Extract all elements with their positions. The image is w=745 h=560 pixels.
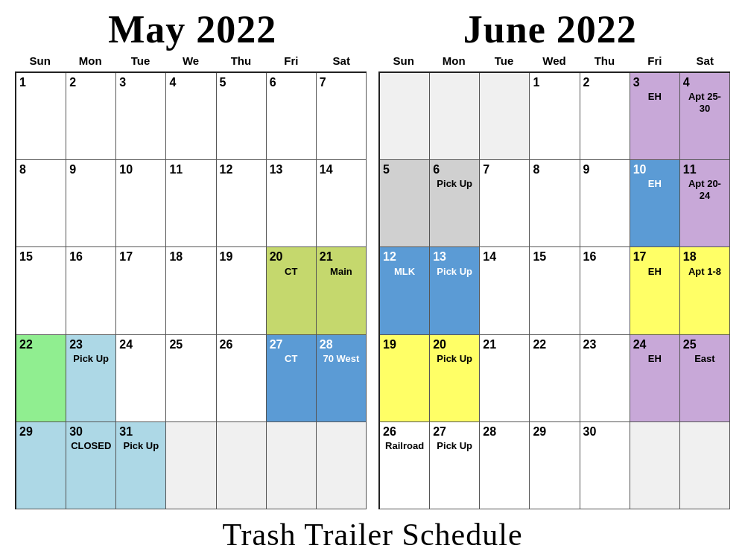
cell-number: 6 [270,75,276,89]
cell-number: 28 [483,424,496,439]
cell-number: 23 [69,337,83,351]
cal-cell: 26Railroad [380,422,430,509]
cell-number: 16 [69,249,83,264]
cal-cell: 9 [66,160,116,247]
cal-cell: 24 [116,335,166,422]
cell-label: CLOSED [69,440,112,452]
cell-number: 20 [433,337,446,351]
cal-cell: 15 [530,247,580,334]
cell-number: 17 [119,249,133,264]
cell-number: 12 [383,249,396,264]
cell-number: 29 [19,424,33,439]
month-titles: May 2022 June 2022 [15,7,730,51]
cell-label: EH [633,178,676,190]
cal-cell: 14 [317,160,367,247]
june-header-wed: Wed [529,53,579,69]
cal-cell: 14 [480,247,530,334]
cell-number: 19 [220,249,233,264]
cell-number: 11 [683,162,697,176]
cell-label: Main [320,266,363,278]
cell-label: CT [270,353,313,365]
cal-cell: 16 [580,247,630,334]
cal-cell: 7 [317,73,367,160]
cal-cell: 6 [267,73,317,160]
cell-number: 22 [533,337,546,351]
cell-number: 2 [583,75,590,89]
cell-number: 3 [633,75,640,89]
may-header-mon: Mon [65,53,115,69]
may-header-fri: Fri [266,53,316,69]
cell-number: 14 [320,162,333,176]
cal-cell: 5 [380,160,430,247]
cal-cell: 17 [116,247,166,334]
may-title: May 2022 [108,7,276,51]
may-header-sun: Sun [15,53,65,69]
cell-label: EH [633,91,676,103]
cal-cell: 11 [166,160,216,247]
cal-cell: 29 [530,422,580,509]
cell-number: 25 [169,337,183,351]
cell-number: 15 [533,249,546,264]
cal-cell: 4 [166,73,216,160]
may-grid: 1234567891011121314151617181920CT21Main2… [15,71,367,509]
cal-cell: 3 [116,73,166,160]
cal-cell: 25East [680,335,730,422]
june-header-sun: Sun [378,53,428,69]
cal-cell: 13Pick Up [430,247,480,334]
cell-number: 30 [69,424,83,439]
cell-number: 27 [270,337,283,351]
cell-number: 1 [533,75,539,89]
cell-number: 26 [220,337,233,351]
cal-cell: 11Apt 20-24 [680,160,730,247]
cal-cell [430,73,480,160]
cell-label: Pick Up [69,353,112,365]
cell-number: 5 [220,75,226,89]
cal-cell: 2870 West [317,335,367,422]
cell-label: East [683,353,726,365]
cal-cell: 23 [580,335,630,422]
cell-number: 7 [483,162,489,176]
cal-cell: 8 [530,160,580,247]
cal-cell: 6Pick Up [430,160,480,247]
may-header-tue: Tue [115,53,165,69]
june-calendar: Sun Mon Tue Wed Thu Fri Sat 123EH4Apt 25… [378,53,730,509]
cal-cell [267,422,317,509]
cal-cell: 7 [480,160,530,247]
cell-number: 29 [533,424,546,439]
cell-number: 11 [169,162,183,176]
cell-number: 23 [583,337,597,351]
cal-cell [630,422,680,509]
cal-cell: 13 [267,160,317,247]
cell-number: 21 [483,337,496,351]
cell-label: Pick Up [433,440,476,452]
cell-number: 31 [119,424,133,439]
cell-number: 27 [433,424,446,439]
cal-cell: 1 [530,73,580,160]
june-day-headers: Sun Mon Tue Wed Thu Fri Sat [378,53,730,69]
cal-cell: 18Apt 1-8 [680,247,730,334]
cal-cell: 29 [16,422,66,509]
cal-cell: 15 [16,247,66,334]
cell-label: EH [633,353,676,365]
cell-number: 22 [19,337,33,351]
cell-number: 5 [383,162,390,176]
cal-cell: 3EH [630,73,680,160]
cal-cell: 22 [16,335,66,422]
cell-number: 18 [169,249,183,264]
june-title: June 2022 [463,7,637,51]
cell-number: 25 [683,337,697,351]
june-header-tue: Tue [479,53,529,69]
june-grid: 123EH4Apt 25-3056Pick Up78910EH11Apt 20-… [378,71,730,509]
cal-cell [217,422,267,509]
cal-cell: 17EH [630,247,680,334]
cal-cell: 4Apt 25-30 [680,73,730,160]
cell-number: 8 [533,162,539,176]
may-day-headers: Sun Mon Tue We Thu Fri Sat [15,53,367,69]
cal-cell [317,422,367,509]
cell-number: 7 [320,75,326,89]
cal-cell [480,73,530,160]
cell-number: 8 [19,162,26,176]
cell-number: 12 [220,162,233,176]
cell-number: 21 [320,249,333,264]
cal-cell: 24EH [630,335,680,422]
